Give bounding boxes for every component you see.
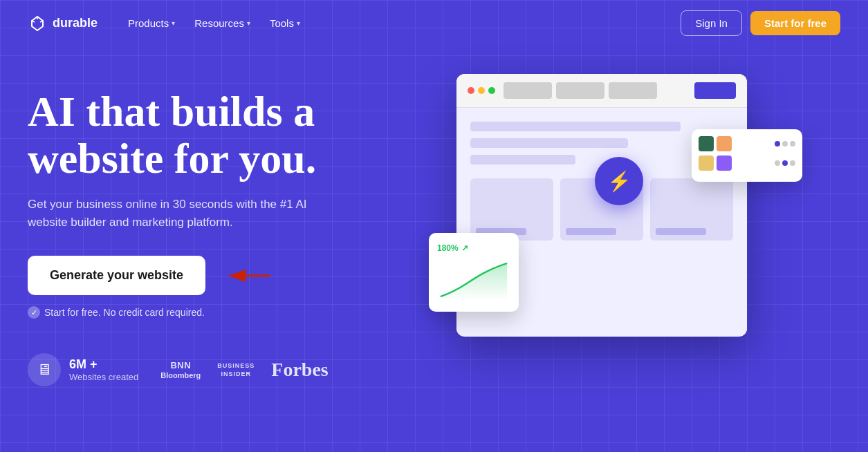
- browser-tab: [504, 82, 552, 99]
- hero-subtitle: Get your business online in 30 seconds w…: [28, 196, 318, 231]
- press-logos: BNN Bloomberg BUSINESS INSIDER Forbes: [160, 359, 329, 381]
- navigation: durable Products ▾ Resources ▾ Tools ▾ S…: [0, 0, 868, 46]
- palette-dots: [775, 141, 795, 147]
- chevron-down-icon: ▾: [172, 19, 175, 27]
- business-insider-logo: BUSINESS INSIDER: [217, 362, 255, 377]
- websites-created: 🖥 6M + Websites created: [28, 353, 138, 386]
- dot: [775, 160, 780, 166]
- brand-name: durable: [53, 16, 98, 30]
- browser-bar: [456, 74, 747, 108]
- dot-red: [468, 87, 474, 94]
- grid-cell: [650, 178, 733, 241]
- dot: [790, 141, 795, 147]
- bnn-bloomberg-logo: BNN Bloomberg: [160, 360, 201, 380]
- palette-dots: [775, 160, 795, 166]
- forbes-logo: Forbes: [271, 359, 328, 381]
- color-swatch: [717, 136, 732, 151]
- hero-right: ⚡: [415, 74, 840, 420]
- content-line: [470, 122, 681, 131]
- analytics-card: 180% ↗: [429, 233, 519, 312]
- nav-tools[interactable]: Tools ▾: [261, 12, 308, 35]
- color-swatch: [699, 136, 714, 151]
- nav-resources[interactable]: Resources ▾: [186, 12, 259, 35]
- lightning-icon: ⚡: [595, 157, 643, 205]
- logo[interactable]: durable: [28, 14, 98, 33]
- dot: [782, 141, 788, 147]
- websites-text: 6M + Websites created: [69, 357, 138, 382]
- content-line: [470, 138, 628, 148]
- nav-products[interactable]: Products ▾: [120, 12, 183, 35]
- chevron-down-icon: ▾: [247, 19, 250, 27]
- hero-section: AI that builds a website for you. Get yo…: [0, 46, 868, 420]
- dot: [775, 141, 780, 147]
- browser-tab: [556, 82, 604, 99]
- browser-tabs: [504, 82, 686, 99]
- generate-button[interactable]: Generate your website: [28, 256, 205, 295]
- chart-svg: [437, 259, 510, 301]
- color-swatch: [699, 156, 714, 171]
- content-line: [470, 155, 575, 164]
- arrow-indicator: [222, 262, 277, 290]
- check-icon: ✓: [28, 306, 40, 319]
- nav-right: Sign In Start for free: [681, 10, 840, 36]
- analytics-percent: 180% ↗: [437, 241, 510, 254]
- free-note: ✓ Start for free. No credit card require…: [28, 306, 415, 319]
- dot-yellow: [478, 87, 485, 94]
- browser-dots: [468, 87, 495, 94]
- palette-card: [692, 129, 802, 182]
- chevron-down-icon: ▾: [297, 19, 300, 27]
- palette-row: [699, 136, 795, 151]
- monitor-icon: 🖥: [28, 353, 61, 386]
- dot: [782, 160, 788, 166]
- palette-row: [699, 156, 795, 171]
- logo-icon: [28, 14, 47, 33]
- grid-cell: [470, 178, 553, 241]
- nav-links: Products ▾ Resources ▾ Tools ▾: [120, 12, 308, 35]
- hero-left: AI that builds a website for you. Get yo…: [28, 74, 415, 386]
- nav-left: durable Products ▾ Resources ▾ Tools ▾: [28, 12, 308, 35]
- color-swatch: [717, 156, 732, 171]
- signin-button[interactable]: Sign In: [681, 10, 742, 36]
- dot: [790, 160, 795, 166]
- hero-title: AI that builds a website for you.: [28, 88, 415, 182]
- browser-tab: [609, 82, 657, 99]
- start-button[interactable]: Start for free: [750, 11, 840, 35]
- arrow-icon: [222, 262, 277, 290]
- social-proof: 🖥 6M + Websites created BNN Bloomberg BU…: [28, 353, 415, 386]
- browser-action: [694, 82, 736, 99]
- dot-green: [488, 87, 495, 94]
- cta-row: Generate your website: [28, 256, 415, 295]
